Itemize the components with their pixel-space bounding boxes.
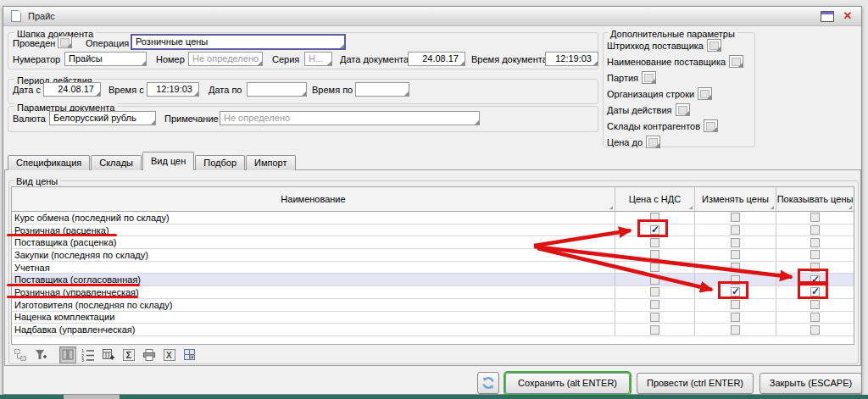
checkbox[interactable]: [650, 213, 659, 222]
number-field[interactable]: Не определено: [188, 52, 263, 66]
checkbox[interactable]: [810, 263, 820, 272]
column-header-name[interactable]: Наименование: [12, 187, 615, 212]
show-cell[interactable]: [776, 299, 854, 311]
nds-cell[interactable]: [615, 286, 695, 298]
date-from-field[interactable]: 24.08.17: [43, 82, 101, 97]
show-cell[interactable]: [776, 212, 854, 224]
show-cell[interactable]: [776, 312, 854, 324]
show-cell[interactable]: [776, 224, 854, 236]
price-to-checkbox[interactable]: [646, 136, 660, 148]
columns-icon[interactable]: [59, 346, 76, 363]
edit-cell[interactable]: [695, 236, 776, 248]
nds-cell[interactable]: [615, 262, 695, 274]
table-row[interactable]: Поставщика (расценка): [12, 236, 854, 249]
close-button[interactable]: Закрыть (ESCAPE): [760, 373, 862, 394]
nds-cell[interactable]: [615, 312, 695, 324]
checkbox[interactable]: [731, 325, 740, 335]
filter-icon[interactable]: [32, 346, 49, 363]
checkbox[interactable]: [731, 287, 740, 296]
checkbox[interactable]: [650, 325, 659, 335]
checkbox[interactable]: [810, 300, 820, 309]
checkbox[interactable]: [810, 275, 820, 285]
show-cell[interactable]: [776, 274, 854, 285]
print-icon[interactable]: [141, 346, 158, 363]
structure-icon[interactable]: [12, 346, 29, 363]
checkbox[interactable]: [731, 213, 740, 222]
checkbox[interactable]: [731, 225, 740, 235]
checkbox[interactable]: [731, 313, 740, 322]
excel-export-icon[interactable]: X: [161, 346, 178, 363]
operation-field[interactable]: Розничные цены: [131, 34, 346, 50]
edit-cell[interactable]: [695, 274, 776, 285]
table-row[interactable]: Учетная: [12, 262, 854, 274]
table-row[interactable]: Розничная (расценка): [12, 224, 854, 237]
table-row[interactable]: Курс обмена (последний по складу): [12, 212, 854, 224]
sum-icon[interactable]: Σ: [120, 346, 137, 363]
counterparty-warehouses-checkbox[interactable]: [704, 119, 718, 132]
show-cell[interactable]: [776, 262, 854, 274]
nds-cell[interactable]: [615, 212, 695, 224]
currency-field[interactable]: Белорусский рубль: [49, 111, 156, 125]
checkbox[interactable]: [810, 225, 820, 235]
edit-cell[interactable]: [695, 286, 776, 298]
note-field[interactable]: Не определено: [220, 111, 480, 125]
doc-time-field[interactable]: 12:19:03: [545, 52, 598, 66]
edit-cell[interactable]: [695, 224, 776, 236]
refresh-button[interactable]: [477, 372, 499, 394]
checkbox[interactable]: [650, 287, 659, 296]
grid-settings-icon[interactable]: [181, 346, 198, 363]
doc-date-field[interactable]: 24.08.17: [408, 52, 465, 66]
checkbox[interactable]: [810, 313, 820, 322]
numerator-field[interactable]: Прайсы: [64, 52, 147, 66]
row-organization-checkbox[interactable]: [698, 87, 712, 100]
edit-cell[interactable]: [695, 312, 776, 324]
checkbox[interactable]: [731, 263, 740, 272]
nds-cell[interactable]: [615, 249, 695, 261]
checkbox[interactable]: [650, 263, 659, 272]
date-to-field[interactable]: [247, 82, 307, 97]
checkbox[interactable]: [650, 250, 659, 259]
title-bar[interactable]: Прайс ✕: [3, 7, 861, 26]
tab-specification[interactable]: Спецификация: [8, 155, 90, 170]
supplier-name-checkbox[interactable]: [729, 55, 743, 68]
column-header-edit[interactable]: Изменять цены: [695, 187, 776, 212]
nds-cell[interactable]: [615, 274, 695, 285]
edit-cell[interactable]: [695, 249, 776, 261]
save-button[interactable]: Сохранить (alt ENTER): [505, 373, 630, 394]
proveden-checkbox[interactable]: [58, 36, 72, 48]
tab-import[interactable]: Импорт: [246, 155, 295, 170]
checkbox[interactable]: [810, 213, 820, 222]
checkbox[interactable]: [650, 225, 659, 235]
nds-cell[interactable]: [615, 236, 695, 248]
time-to-field[interactable]: [355, 82, 409, 97]
edit-cell[interactable]: [695, 299, 776, 311]
table-row[interactable]: Надбавка (управленческая): [12, 324, 854, 336]
checkbox[interactable]: [731, 250, 740, 259]
tab-warehouses[interactable]: Склады: [91, 155, 142, 170]
calculator-icon[interactable]: [100, 346, 117, 363]
post-button[interactable]: Провести (ctrl ENTER): [637, 373, 754, 394]
checkbox[interactable]: [810, 250, 820, 259]
show-cell[interactable]: [776, 236, 854, 248]
edit-cell[interactable]: [695, 324, 776, 335]
table-row[interactable]: Розничная (управленческая): [12, 286, 854, 299]
time-from-field[interactable]: 12:19:03: [147, 82, 199, 97]
checkbox[interactable]: [650, 275, 659, 285]
checkbox[interactable]: [810, 287, 820, 296]
restore-window-button[interactable]: [821, 11, 834, 22]
numbering-icon[interactable]: 123: [80, 346, 97, 363]
show-cell[interactable]: [776, 324, 854, 335]
nds-cell[interactable]: [615, 324, 695, 335]
column-header-nds[interactable]: Цена с НДС: [615, 187, 695, 212]
nds-cell[interactable]: [615, 224, 695, 236]
close-window-button[interactable]: ✕: [841, 9, 854, 23]
series-field[interactable]: Н...: [304, 52, 332, 66]
table-row[interactable]: Поставщика (согласованная): [12, 274, 854, 286]
show-cell[interactable]: [776, 286, 854, 298]
column-header-show[interactable]: Показывать цены: [776, 187, 854, 212]
nds-cell[interactable]: [615, 299, 695, 311]
checkbox[interactable]: [731, 300, 740, 309]
tab-selection[interactable]: Подбор: [195, 155, 245, 170]
edit-cell[interactable]: [695, 212, 776, 224]
table-row[interactable]: Наценка комплектации: [12, 312, 854, 324]
